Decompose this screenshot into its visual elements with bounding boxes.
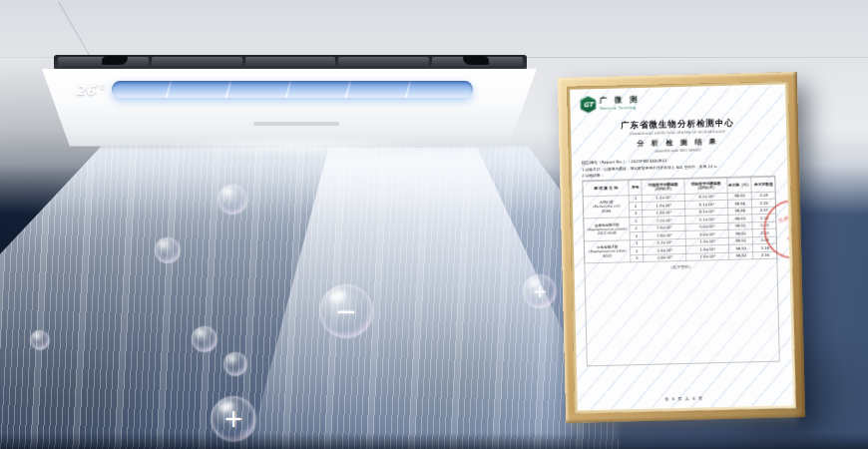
logo-name-cn: 广 微 测 — [600, 95, 640, 105]
ac-brand-text — [253, 122, 339, 126]
star-icon: ★ — [786, 221, 793, 234]
certificate-frame-inner: GT 广 微 测 Gmicro Testing 广东省微生物分析检测中心 GUA… — [567, 81, 796, 413]
blank-below-note: （以下空白） — [585, 261, 777, 271]
value-cell: 3.16 — [753, 251, 777, 259]
table-header-cell: 测 试 微 生 物 — [583, 180, 629, 196]
minus-icon: − — [335, 298, 357, 324]
bubble — [192, 326, 217, 352]
bubble — [217, 185, 247, 215]
results-box: 测 试 微 生 物序号对照组平均菌落数（CFU/片）试验组平均菌落数（CFU/片… — [582, 176, 779, 366]
bubble — [30, 330, 50, 350]
stamp-text-bottom: 专用章 — [786, 231, 793, 243]
plus-icon: + — [223, 407, 243, 431]
results-table: 测 试 微 生 物序号对照组平均菌落数（CFU/片）试验组平均菌落数（CFU/片… — [583, 176, 777, 263]
ac-temperature-value: 26 — [76, 83, 96, 98]
value-cell: 99.92 — [729, 251, 753, 259]
value-cell: 2.6×10⁵ — [644, 253, 686, 262]
organism-cell: 大肠杆菌（Escherichia coli）8099 — [583, 195, 630, 219]
ac-vent-hinge-left — [102, 56, 128, 65]
value-cell: 3 — [631, 254, 644, 262]
logo-name-en: Gmicro Testing — [600, 105, 640, 110]
ac-temperature-unit: °C — [96, 83, 107, 91]
air-conditioner-unit: 26°C — [42, 52, 537, 152]
promo-scene: 26°C − + + GT 广 微 测 G — [0, 0, 868, 449]
table-header-cell: 对照组平均菌落数（CFU/片） — [642, 179, 684, 195]
negative-ion-bubble: − — [319, 284, 373, 338]
cert-table-body: 大肠杆菌（Escherichia coli）809911.4×10⁶8.2×10… — [583, 192, 777, 263]
organism-cell: 金黄色葡萄球菌（Staphylococcus aureus）ATCC 6538 — [584, 218, 631, 241]
table-header-cell: 试验组平均菌落数（CFU/片） — [684, 178, 727, 194]
ac-temperature-display: 26°C — [76, 83, 107, 98]
table-header-cell: 杀灭对数值 — [751, 177, 775, 193]
bubble — [155, 237, 181, 263]
gmicro-logo-icon: GT — [580, 96, 596, 113]
bubble — [223, 352, 247, 376]
ac-air-outlet — [112, 81, 473, 98]
ac-vent-hinge-right — [463, 56, 489, 65]
page-footer: 第 5 页 共 6 页 — [588, 393, 781, 403]
plus-icon: + — [532, 282, 547, 300]
table-header-cell: 杀灭率（%） — [727, 177, 751, 193]
certificate-logo: GT 广 微 测 Gmicro Testing — [580, 92, 773, 115]
ac-light-glow — [102, 140, 491, 158]
floor-vignette — [0, 433, 868, 449]
certificate-frame: GT 广 微 测 Gmicro Testing 广东省微生物分析检测中心 GUA… — [558, 72, 805, 423]
certificate-paper: GT 广 微 测 Gmicro Testing 广东省微生物分析检测中心 GUA… — [570, 84, 793, 410]
organism-cell: 白色葡萄球菌（Staphylococcus albus）8032 — [585, 239, 632, 263]
positive-ion-bubble: + — [523, 274, 557, 308]
value-cell: 1.6×10² — [686, 252, 729, 261]
table-header-cell: 序号 — [629, 180, 642, 195]
